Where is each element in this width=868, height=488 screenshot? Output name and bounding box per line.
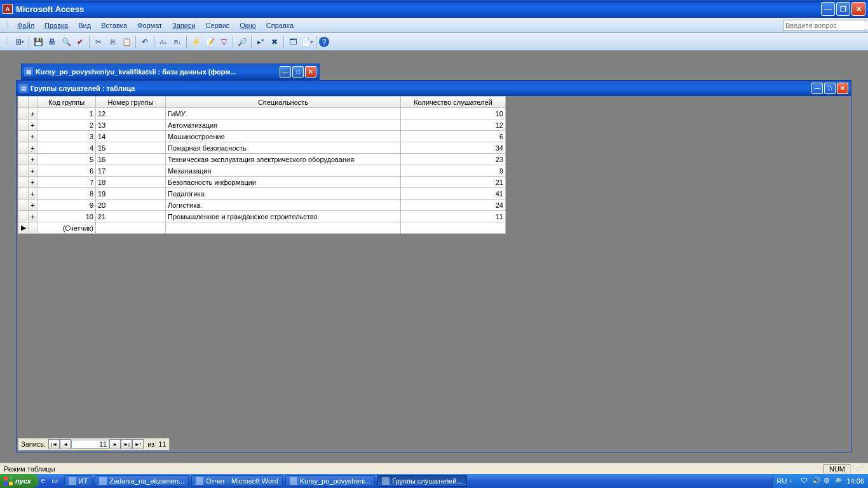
cell-qty[interactable]: 24 bbox=[401, 200, 506, 211]
new-record-row[interactable]: ▶(Счетчик) bbox=[18, 222, 506, 234]
cell-code[interactable]: 4 bbox=[37, 142, 96, 154]
row-selector[interactable] bbox=[18, 200, 29, 211]
expand-button[interactable]: + bbox=[29, 211, 37, 222]
cell-spec[interactable]: Безопасность информации bbox=[166, 177, 401, 188]
row-selector[interactable] bbox=[18, 108, 29, 119]
menu-format[interactable]: Формат bbox=[132, 20, 167, 31]
taskbar-item[interactable]: Отчет - Microsoft Word bbox=[191, 475, 283, 487]
taskbar-item[interactable]: Kursy_po_povysheni... bbox=[285, 475, 375, 487]
cell-num[interactable]: 19 bbox=[96, 188, 166, 200]
table-close-button[interactable]: ✕ bbox=[837, 83, 848, 94]
table-titlebar[interactable]: ▤ Группы слушателей : таблица — □ ✕ bbox=[17, 81, 851, 96]
table-maximize-button[interactable]: □ bbox=[824, 83, 836, 94]
col-header-code[interactable]: Код группы bbox=[37, 97, 96, 108]
close-button[interactable]: ✕ bbox=[851, 2, 865, 16]
cell-num[interactable]: 18 bbox=[96, 177, 166, 188]
copy-button[interactable]: ⎘ bbox=[106, 36, 119, 48]
view-button[interactable]: ⊞▾ bbox=[13, 36, 26, 48]
db-maximize-button[interactable]: □ bbox=[292, 66, 304, 78]
expand-button[interactable]: + bbox=[29, 142, 37, 154]
cell-code[interactable]: 2 bbox=[37, 119, 96, 131]
row-selector[interactable] bbox=[18, 177, 29, 188]
database-window-titlebar[interactable]: ▦ Kursy_po_povysheniyu_kvalifikatsii : б… bbox=[22, 64, 319, 79]
cell-spec[interactable]: Логистика bbox=[166, 200, 401, 211]
expand-button[interactable]: + bbox=[29, 108, 37, 119]
row-selector[interactable] bbox=[18, 211, 29, 222]
tray-icon-4[interactable]: 👁 bbox=[835, 477, 844, 485]
undo-button[interactable]: ↶ bbox=[139, 36, 151, 48]
expand-button[interactable]: + bbox=[29, 188, 37, 200]
db-close-button[interactable]: ✕ bbox=[305, 66, 316, 78]
help-search-input[interactable] bbox=[783, 22, 868, 29]
new-object-button[interactable]: 📄▾ bbox=[301, 36, 313, 48]
data-grid[interactable]: Код группы Номер группы Специальность Ко… bbox=[18, 96, 506, 234]
col-header-num[interactable]: Номер группы bbox=[96, 97, 166, 108]
cell-spec[interactable] bbox=[166, 222, 401, 234]
table-row[interactable]: +112ГиМУ10 bbox=[18, 108, 506, 119]
tray-icon-3[interactable]: ⚙ bbox=[824, 477, 832, 485]
row-selector[interactable] bbox=[18, 119, 29, 131]
cell-spec[interactable]: Промышленное и гражданское строительство bbox=[166, 211, 401, 222]
language-indicator[interactable]: RU bbox=[777, 477, 787, 485]
cell-num[interactable] bbox=[96, 222, 166, 234]
filter-selection-button[interactable]: ⚡ bbox=[189, 36, 202, 48]
db-minimize-button[interactable]: — bbox=[280, 66, 291, 78]
sort-asc-button[interactable]: A↓ bbox=[157, 36, 170, 48]
cut-button[interactable]: ✂ bbox=[92, 36, 105, 48]
menu-insert[interactable]: Вставка bbox=[96, 20, 132, 31]
table-row[interactable]: +516Техническая эксплуатация электрическ… bbox=[18, 154, 506, 165]
expand-button[interactable]: + bbox=[29, 154, 37, 165]
save-button[interactable]: 💾 bbox=[32, 36, 44, 48]
cell-num[interactable]: 17 bbox=[96, 165, 166, 177]
print-preview-button[interactable]: 🔍 bbox=[60, 36, 72, 48]
cell-qty[interactable]: 41 bbox=[401, 188, 506, 200]
table-minimize-button[interactable]: — bbox=[811, 83, 823, 94]
row-selector[interactable] bbox=[18, 131, 29, 142]
cell-spec[interactable]: ГиМУ bbox=[166, 108, 401, 119]
expand-button[interactable]: + bbox=[29, 200, 37, 211]
cell-qty[interactable]: 6 bbox=[401, 131, 506, 142]
expand-button[interactable] bbox=[29, 222, 37, 234]
nav-prev-button[interactable]: ◄ bbox=[60, 439, 71, 449]
menu-file[interactable]: Файл bbox=[12, 20, 39, 31]
table-row[interactable]: +920Логистика24 bbox=[18, 200, 506, 211]
apply-filter-button[interactable]: ▽ bbox=[217, 36, 230, 48]
cell-qty[interactable]: 21 bbox=[401, 177, 506, 188]
row-selector[interactable] bbox=[18, 154, 29, 165]
row-selector[interactable] bbox=[18, 188, 29, 200]
new-record-button[interactable]: ▸* bbox=[254, 36, 267, 48]
nav-last-button[interactable]: ►| bbox=[121, 439, 132, 449]
sort-desc-button[interactable]: Я↓ bbox=[171, 36, 184, 48]
cell-code[interactable]: 8 bbox=[37, 188, 96, 200]
cell-num[interactable]: 13 bbox=[96, 119, 166, 131]
find-button[interactable]: 🔎 bbox=[236, 36, 248, 48]
expand-button[interactable]: + bbox=[29, 119, 37, 131]
cell-code[interactable]: 10 bbox=[37, 211, 96, 222]
expand-button[interactable]: + bbox=[29, 131, 37, 142]
spellcheck-button[interactable]: ✔ bbox=[74, 36, 86, 48]
show-desktop-icon[interactable]: ▭ bbox=[51, 477, 60, 485]
print-button[interactable]: 🖶 bbox=[46, 36, 58, 48]
status-resize-grip[interactable]: ⋰ bbox=[857, 464, 864, 473]
cell-num[interactable]: 21 bbox=[96, 211, 166, 222]
clock[interactable]: 14:06 bbox=[846, 477, 864, 485]
cell-num[interactable]: 12 bbox=[96, 108, 166, 119]
row-selector[interactable] bbox=[18, 165, 29, 177]
row-selector-header[interactable] bbox=[18, 97, 29, 108]
ie-icon[interactable]: e bbox=[41, 477, 50, 485]
table-row[interactable]: +718Безопасность информации21 bbox=[18, 177, 506, 188]
cell-spec[interactable]: Пожарная безопасность bbox=[166, 142, 401, 154]
cell-code[interactable]: 9 bbox=[37, 200, 96, 211]
help-button[interactable]: ? bbox=[319, 37, 329, 47]
cell-qty[interactable]: 11 bbox=[401, 211, 506, 222]
menu-edit[interactable]: Правка bbox=[39, 20, 73, 31]
nav-new-button[interactable]: ►* bbox=[132, 439, 144, 449]
nav-next-button[interactable]: ► bbox=[109, 439, 121, 449]
taskbar-item[interactable]: Группы слушателей... bbox=[377, 475, 466, 487]
cell-code[interactable]: 5 bbox=[37, 154, 96, 165]
row-selector[interactable] bbox=[18, 142, 29, 154]
nav-first-button[interactable]: |◄ bbox=[48, 439, 60, 449]
database-window[interactable]: ▦ Kursy_po_povysheniyu_kvalifikatsii : б… bbox=[21, 64, 320, 80]
toolbar-grip[interactable]: ⋮ bbox=[3, 37, 12, 46]
tray-icon-1[interactable]: 🛡 bbox=[801, 477, 810, 485]
